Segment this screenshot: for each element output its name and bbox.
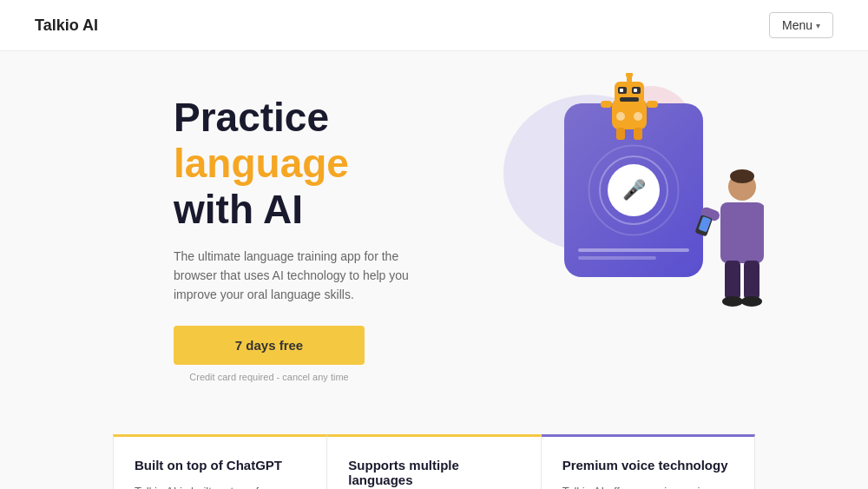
phone-lines [578,248,689,260]
svg-rect-21 [744,261,760,300]
feature-card-chatgpt: Built on top of ChatGPT Talkio AI is bui… [113,434,327,489]
cta-note: Credit card required - cancel any time [174,372,365,382]
svg-rect-20 [725,261,740,300]
feature-title-2: Supports multiple languages [348,458,519,487]
svg-point-9 [616,112,625,121]
hero-title-part2: with AI [174,187,303,232]
feature-title-1: Built on top of ChatGPT [135,458,306,472]
chevron-down-icon: ▾ [816,21,820,30]
feature-card-voice: Premium voice technology Talkio AI offer… [542,434,755,489]
feature-desc-3: Talkio AI offers premium voices and supp… [562,483,733,489]
mic-icon [608,164,660,216]
hero-section: Practice language with AI The ultimate l… [0,51,868,417]
hero-title-highlight: language [174,141,349,186]
svg-rect-8 [620,97,639,102]
hero-title: Practice language with AI [174,95,486,233]
svg-point-16 [730,169,754,183]
svg-point-23 [741,296,762,307]
feature-desc-1: Talkio AI is built on top of ChatGPT and… [135,483,306,489]
hero-text-block: Practice language with AI The ultimate l… [174,95,486,382]
robot-illustration [599,73,660,146]
svg-rect-12 [647,101,658,108]
svg-rect-11 [601,101,612,108]
svg-rect-13 [616,128,625,140]
feature-title-3: Premium voice technology [562,458,733,472]
menu-label: Menu [782,18,812,32]
svg-rect-7 [634,89,637,92]
features-section: Built on top of ChatGPT Talkio AI is bui… [0,434,868,489]
hero-illustration [521,77,764,303]
hero-subtitle: The ultimate language training app for t… [174,247,434,305]
navbar: Talkio AI Menu ▾ [0,0,868,51]
cta-button[interactable]: 7 days free [174,326,365,365]
svg-rect-14 [634,128,642,140]
site-logo: Talkio AI [35,17,98,35]
svg-point-10 [634,112,642,121]
svg-rect-6 [620,89,623,92]
hero-title-part1: Practice [174,95,329,140]
feature-card-languages: Supports multiple languages We offer a d… [327,434,541,489]
svg-point-22 [722,296,743,307]
person-illustration [694,169,764,312]
menu-button[interactable]: Menu ▾ [769,12,833,38]
